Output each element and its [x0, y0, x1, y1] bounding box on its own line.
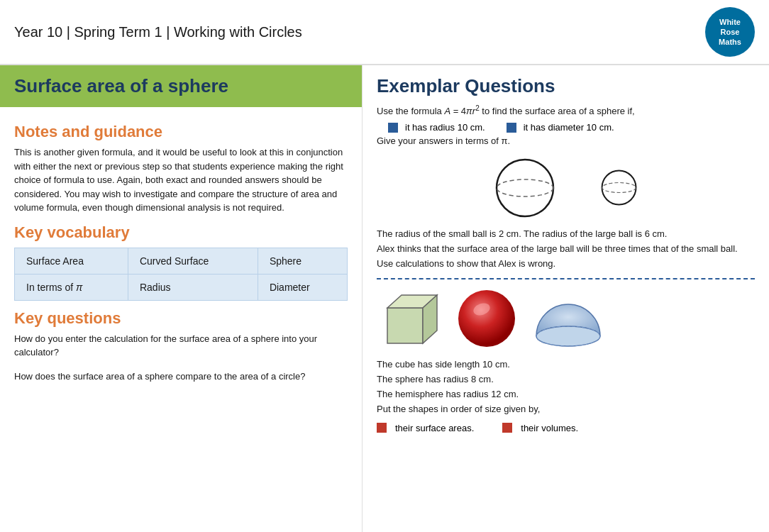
cube-svg: [377, 287, 441, 350]
formula-row: Use the formula A = 4πr2 to find the sur…: [377, 103, 755, 119]
right-panel: Exemplar Questions Use the formula A = 4…: [362, 65, 769, 532]
sphere-svg: [455, 287, 519, 350]
logo-line1: White: [719, 17, 741, 27]
section-title: Surface area of a sphere: [14, 75, 348, 97]
q2-text1-span: The radius of the small ball is 2 cm. Th…: [377, 228, 667, 239]
q2-text1: The radius of the small ball is 2 cm. Th…: [377, 227, 755, 242]
bottom-bullet1-text: their surface areas.: [395, 423, 474, 433]
svg-marker-4: [387, 308, 423, 343]
vocab-cell: Curved Surface: [128, 248, 258, 274]
header-title-text: Year 10 | Spring Term 1 | Working with C…: [14, 24, 302, 40]
bullet-item-2: it has diameter 10 cm.: [507, 122, 614, 133]
red-square-icon-1: [377, 423, 387, 433]
hemisphere-svg: [533, 297, 604, 350]
vocab-cell: In terms of π: [15, 274, 128, 300]
logo-line3: Maths: [719, 37, 741, 47]
exemplar-title: Exemplar Questions: [377, 75, 755, 97]
give-answers: Give your answers in terms of π.: [377, 135, 510, 146]
table-row: In terms of π Radius Diameter: [15, 274, 348, 300]
q3-text2: The sphere has radius 8 cm.: [377, 372, 755, 387]
question1-text: How do you enter the calculation for the…: [14, 332, 348, 360]
bullet2-text: it has diameter 10 cm.: [524, 122, 614, 133]
q3-text1: The cube has side length 10 cm.: [377, 358, 755, 372]
svg-point-0: [497, 160, 553, 216]
white-rose-logo: White Rose Maths: [705, 7, 755, 57]
vocab-cell: Surface Area: [15, 248, 128, 274]
bottom-bullets-row: their surface areas. their volumes.: [377, 423, 755, 433]
blue-square-icon-1: [388, 123, 398, 133]
section-title-bar: Surface area of a sphere: [0, 65, 362, 107]
svg-point-1: [497, 179, 553, 196]
red-square-icon-2: [502, 423, 512, 433]
table-row: Surface Area Curved Surface Sphere: [15, 248, 348, 274]
left-panel: Surface area of a sphere Notes and guida…: [0, 65, 362, 532]
header-title: Year 10 | Spring Term 1 | Working with C…: [14, 24, 302, 40]
bullet-item-1: it has radius 10 cm.: [388, 122, 485, 133]
q3-text4: Put the shapes in order of size given by…: [377, 402, 755, 417]
svg-point-3: [602, 183, 636, 193]
vocab-title: Key vocabulary: [14, 223, 348, 242]
q2-text2: Alex thinks that the surface area of the…: [377, 242, 755, 272]
svg-point-7: [458, 290, 515, 347]
dashed-divider-1: [377, 278, 755, 279]
notes-text: This is another given formula, and it wo…: [14, 145, 348, 215]
logo-line2: Rose: [721, 27, 740, 37]
vocab-cell: Radius: [128, 274, 258, 300]
q3-text3: The hemisphere has radius 12 cm.: [377, 387, 755, 402]
small-circle-svg: [599, 168, 638, 207]
large-circle-svg: [493, 156, 557, 220]
bullet1-text: it has radius 10 cm.: [405, 122, 485, 133]
left-content: Notes and guidance This is another given…: [0, 107, 362, 394]
vocabulary-table: Surface Area Curved Surface Sphere In te…: [14, 248, 348, 301]
formula-text-prefix: Use the formula A = 4πr2 to find the sur…: [377, 106, 635, 116]
svg-point-2: [602, 171, 636, 205]
vocab-cell: Sphere: [258, 248, 347, 274]
blue-square-icon-2: [507, 123, 516, 133]
notes-title: Notes and guidance: [14, 123, 348, 141]
shapes-illustration: [377, 287, 755, 350]
vocab-cell: Diameter: [258, 274, 347, 300]
bottom-bullet2-text: their volumes.: [521, 423, 578, 433]
bottom-bullet-1: their surface areas.: [377, 423, 474, 433]
page-header: Year 10 | Spring Term 1 | Working with C…: [0, 0, 769, 65]
give-answers-text: Give your answers in terms of π.: [377, 134, 755, 149]
q2-text2-span: Alex thinks that the surface area of the…: [377, 243, 738, 269]
q3-span2: The sphere has radius 8 cm.: [377, 374, 494, 384]
circles-illustration: [377, 156, 755, 220]
question2-text: How does the surface area of a sphere co…: [14, 370, 348, 384]
questions-title: Key questions: [14, 309, 348, 328]
bottom-bullet-2: their volumes.: [502, 423, 578, 433]
main-content: Surface area of a sphere Notes and guida…: [0, 65, 769, 532]
q3-span3: The hemisphere has radius 12 cm.: [377, 389, 519, 399]
q3-span1: The cube has side length 10 cm.: [377, 359, 510, 370]
q3-span4: Put the shapes in order of size given by…: [377, 404, 540, 414]
